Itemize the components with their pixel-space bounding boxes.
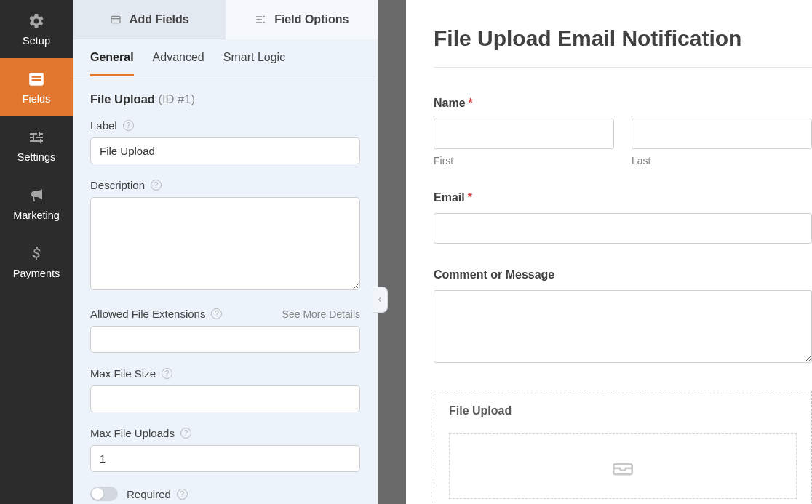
collapse-panel-button[interactable] — [372, 287, 388, 313]
label-input[interactable] — [90, 137, 360, 164]
field-type-name: File Upload — [90, 92, 155, 105]
nav-item-payments[interactable]: Payments — [0, 233, 73, 291]
label-max-file-uploads: Max File Uploads ? — [90, 427, 191, 439]
field-label-file-upload: File Upload — [449, 404, 797, 417]
subtabs: General Advanced Smart Logic — [73, 39, 378, 76]
grid-icon — [109, 13, 122, 26]
tab-add-fields[interactable]: Add Fields — [73, 0, 226, 39]
subtab-smart-logic[interactable]: Smart Logic — [223, 51, 285, 76]
svg-point-7 — [258, 19, 260, 21]
help-icon[interactable]: ? — [123, 120, 134, 131]
form-icon — [27, 70, 46, 89]
field-label-name: Name* — [434, 97, 812, 110]
title-divider — [434, 67, 812, 68]
email-input[interactable] — [434, 213, 812, 244]
panel-tabs: Add Fields Field Options — [73, 0, 378, 39]
svg-rect-1 — [32, 76, 41, 78]
svg-rect-2 — [32, 79, 41, 81]
tab-label: Add Fields — [130, 13, 189, 26]
help-icon[interactable]: ? — [211, 308, 222, 319]
panel-body: File Upload (ID #1) Label ? Description … — [73, 76, 378, 504]
field-id: (ID #1) — [159, 92, 195, 105]
svg-rect-3 — [111, 16, 120, 23]
allowed-ext-input[interactable] — [90, 326, 360, 353]
help-icon[interactable]: ? — [162, 368, 172, 379]
preview-field-email[interactable]: Email* — [434, 191, 812, 244]
form-title: File Upload Email Notification — [434, 26, 812, 51]
first-name-input[interactable] — [434, 119, 614, 149]
subtab-general[interactable]: General — [90, 51, 134, 76]
bullhorn-icon — [27, 186, 46, 205]
dollar-icon — [27, 244, 46, 263]
sliders-icon — [27, 128, 46, 147]
max-file-size-input[interactable] — [90, 385, 360, 412]
label-description: Description ? — [90, 179, 162, 191]
help-icon[interactable]: ? — [177, 489, 188, 500]
nav-label: Settings — [17, 151, 55, 163]
last-name-input[interactable] — [632, 119, 812, 149]
preview-field-name[interactable]: Name* First Last — [434, 97, 812, 167]
tab-label: Field Options — [274, 13, 349, 26]
tab-field-options[interactable]: Field Options — [226, 0, 378, 39]
required-toggle[interactable] — [90, 487, 118, 501]
main-nav-sidebar: Setup Fields Settings Marketing Payments — [0, 0, 73, 504]
nav-label: Fields — [23, 93, 51, 105]
file-upload-dropzone[interactable] — [449, 433, 797, 499]
nav-item-setup[interactable]: Setup — [0, 0, 73, 58]
form-preview-card: File Upload Email Notification Name* Fir… — [406, 0, 812, 504]
svg-point-6 — [263, 22, 265, 24]
nav-label: Payments — [13, 268, 60, 279]
label-max-file-size: Max File Size ? — [90, 367, 172, 380]
preview-field-comment[interactable]: Comment or Message — [434, 268, 812, 366]
svg-rect-8 — [613, 464, 632, 474]
field-label-email: Email* — [434, 191, 812, 204]
required-star: * — [468, 191, 472, 204]
svg-point-5 — [263, 16, 265, 18]
field-options-panel: Add Fields Field Options General Advance… — [73, 0, 378, 504]
label-allowed-ext: Allowed File Extensions ? — [90, 308, 222, 320]
label-required: Required ? — [127, 488, 188, 500]
nav-item-marketing[interactable]: Marketing — [0, 175, 73, 233]
nav-item-fields[interactable]: Fields — [0, 58, 73, 116]
help-icon[interactable]: ? — [151, 180, 162, 191]
required-star: * — [469, 97, 473, 109]
description-textarea[interactable] — [90, 197, 360, 290]
nav-label: Setup — [23, 35, 50, 47]
field-label-comment: Comment or Message — [434, 268, 812, 281]
comment-textarea[interactable] — [434, 290, 812, 363]
upload-tray-icon — [610, 454, 635, 479]
options-icon — [254, 13, 267, 26]
preview-field-file-upload[interactable]: File Upload — [434, 391, 812, 504]
subtab-advanced[interactable]: Advanced — [153, 51, 204, 76]
sublabel-first: First — [434, 155, 614, 167]
label-label: Label ? — [90, 119, 134, 132]
see-more-link[interactable]: See More Details — [282, 308, 360, 320]
preview-area: File Upload Email Notification Name* Fir… — [378, 0, 812, 504]
field-header: File Upload (ID #1) — [90, 92, 360, 106]
nav-label: Marketing — [13, 209, 60, 221]
nav-item-settings[interactable]: Settings — [0, 116, 73, 175]
max-file-uploads-input[interactable] — [90, 445, 360, 472]
sublabel-last: Last — [632, 155, 812, 167]
help-icon[interactable]: ? — [180, 428, 191, 439]
gear-icon — [27, 12, 46, 31]
